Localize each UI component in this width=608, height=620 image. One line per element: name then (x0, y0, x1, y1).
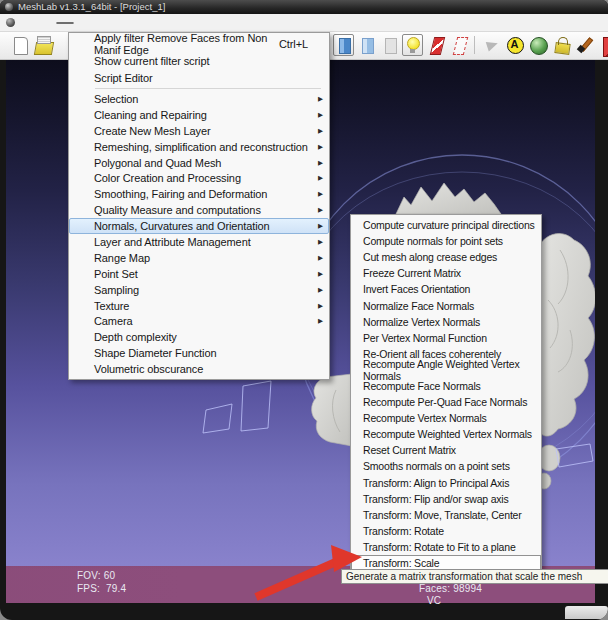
menu-file[interactable] (20, 22, 38, 24)
wire-shading-icon[interactable] (448, 34, 469, 56)
submenu-item[interactable]: Transform: Rotate (351, 523, 541, 539)
filters-menu-item[interactable]: Color Creation and Processing ▶ (69, 170, 329, 186)
submenu-item[interactable]: Transform: Rotate to Fit to a plane (351, 539, 541, 555)
submenu-arrow-icon: ▶ (318, 143, 323, 151)
submenu-item[interactable]: Per Vertex Normal Function (351, 330, 541, 346)
submenu-arrow-icon: ▶ (318, 222, 323, 230)
submenu-arrow-icon: ▶ (318, 174, 323, 182)
submenu-arrow-icon: ▶ (318, 206, 323, 214)
window-title: MeshLab v1.3.1_64bit - [Project_1] (18, 1, 165, 12)
filters-menu-item[interactable]: Create New Mesh Layer ▶ (69, 123, 329, 139)
submenu-item[interactable]: Recompute Per-Quad Face Normals (351, 394, 541, 410)
filters-menu-item[interactable]: Polygonal and Quad Mesh ▶ (69, 155, 329, 171)
filters-menu-item[interactable]: Sampling ▶ (69, 282, 329, 298)
submenu-item[interactable]: Recompute Weighted Vertex Normals (351, 426, 541, 442)
filters-menu-item[interactable]: Point Set ▶ (69, 266, 329, 282)
filters-menu-item[interactable]: Depth complexity ▶ (69, 329, 329, 345)
menu-windows[interactable] (110, 22, 128, 24)
submenu-arrow-icon: ▶ (318, 270, 323, 278)
filters-menu-item[interactable]: Script Editor ▶ (69, 69, 329, 86)
tooltip: Generate a matrix transformation that sc… (341, 569, 608, 584)
resize-grip[interactable] (565, 606, 608, 619)
panel-disabled-icon[interactable] (379, 34, 400, 56)
texture-sphere-icon[interactable] (527, 34, 548, 56)
filters-menu-item[interactable]: Shape Diameter Function ▶ (69, 345, 329, 361)
filters-menu-item[interactable]: Show current filter script ▶ (69, 52, 329, 69)
submenu-item[interactable]: Compute curvature principal directions (351, 217, 541, 233)
menu-help[interactable] (146, 22, 164, 24)
submenu-arrow-icon: ▶ (318, 95, 323, 103)
paint-bucket-icon[interactable] (550, 34, 571, 56)
cursor-icon[interactable] (481, 34, 502, 56)
submenu-item[interactable]: Invert Faces Orientation (351, 281, 541, 297)
flat-shading-icon[interactable] (425, 34, 446, 56)
filters-menu-item[interactable]: Texture ▶ (69, 298, 329, 314)
panel-light-icon[interactable] (356, 34, 377, 56)
submenu-arrow-icon: ▶ (318, 254, 323, 262)
filters-menu-item[interactable]: Volumetric obscurance ▶ (69, 361, 329, 377)
submenu-item[interactable]: Reset Current Matrix (351, 442, 541, 458)
toolbar-group-right: A (332, 33, 608, 57)
filters-menu-item[interactable]: Layer and Attribute Management ▶ (69, 234, 329, 250)
submenu-item[interactable]: Recompute Face Normals (351, 378, 541, 394)
filters-menu-item[interactable]: Cleaning and Repairing ▶ (69, 107, 329, 123)
hud-faces: Faces: 98994 (419, 583, 482, 594)
paintbrush-icon[interactable] (573, 34, 594, 56)
filters-menu-item[interactable]: Selection ▶ (69, 91, 329, 107)
toolbar-separator[interactable] (471, 34, 479, 56)
titlebar[interactable]: MeshLab v1.3.1_64bit - [Project_1] (0, 0, 608, 14)
menu-edit[interactable] (38, 22, 56, 24)
submenu-arrow-icon: ▶ (318, 159, 323, 167)
submenu-item[interactable]: Recompute Angle Weighted Vertex Normals (351, 362, 541, 378)
filters-menu-item[interactable]: ▶ (95, 88, 321, 89)
submenu-item[interactable]: Freeze Current Matrix (351, 265, 541, 281)
menu-view[interactable] (92, 22, 110, 24)
clipped-red-icon[interactable] (596, 34, 608, 56)
filters-menu-item[interactable]: Camera ▶ (69, 313, 329, 329)
hud-fps: FPS: 79.4 (77, 583, 126, 594)
ambient-light-icon[interactable]: A (504, 34, 525, 56)
new-project-icon[interactable] (9, 34, 30, 56)
normals-submenu-popup: Compute curvature principal directions C… (350, 214, 542, 574)
hud-fov: FOV: 60 (77, 570, 115, 581)
menu-render[interactable] (74, 22, 92, 24)
submenu-item[interactable]: Recompute Vertex Normals (351, 410, 541, 426)
submenu-item[interactable]: Transform: Move, Translate, Center (351, 507, 541, 523)
submenu-item[interactable]: Normalize Vertex Normals (351, 314, 541, 330)
menubar (0, 14, 608, 32)
menu-tools[interactable] (128, 22, 146, 24)
menu-filters[interactable] (56, 22, 74, 24)
submenu-arrow-icon: ▶ (318, 238, 323, 246)
submenu-arrow-icon: ▶ (318, 317, 323, 325)
submenu-arrow-icon: ▶ (318, 127, 323, 135)
open-project-icon[interactable] (32, 34, 53, 56)
layer-dialog-icon[interactable] (333, 34, 354, 56)
meshlab-menu-icon (6, 18, 15, 27)
filters-menu-item[interactable]: Smoothing, Fairing and Deformation ▶ (69, 186, 329, 202)
submenu-arrow-icon: ▶ (318, 286, 323, 294)
submenu-arrow-icon: ▶ (318, 190, 323, 198)
submenu-item[interactable]: Compute normals for point sets (351, 233, 541, 249)
filters-menu-item[interactable]: Range Map ▶ (69, 250, 329, 266)
submenu-arrow-icon: ▶ (318, 111, 323, 119)
filters-menu-item[interactable]: Apply filter Remove Faces from Non Manif… (69, 35, 329, 52)
filters-menu-item[interactable]: Quality Measure and computations ▶ (69, 202, 329, 218)
hud-vc: VC (427, 595, 441, 606)
meshlab-logo-icon (5, 3, 13, 11)
light-toggle-icon[interactable] (402, 34, 423, 56)
submenu-item[interactable]: Cut mesh along crease edges (351, 249, 541, 265)
filters-menu-item[interactable]: Remeshing, simplification and reconstruc… (69, 139, 329, 155)
submenu-item[interactable]: Normalize Face Normals (351, 297, 541, 313)
filters-menu-popup: Apply filter Remove Faces from Non Manif… (68, 32, 330, 380)
submenu-item[interactable]: Transform: Flip and/or swap axis (351, 491, 541, 507)
submenu-item[interactable]: Smooths normals on a point sets (351, 458, 541, 474)
meshlab-window: MeshLab v1.3.1_64bit - [Project_1] A (0, 0, 608, 620)
toolbar-group-left (8, 33, 54, 57)
submenu-item[interactable]: Transform: Align to Principal Axis (351, 475, 541, 491)
filters-menu-item[interactable]: Normals, Curvatures and Orientation ▶ (69, 218, 329, 234)
submenu-arrow-icon: ▶ (318, 302, 323, 310)
